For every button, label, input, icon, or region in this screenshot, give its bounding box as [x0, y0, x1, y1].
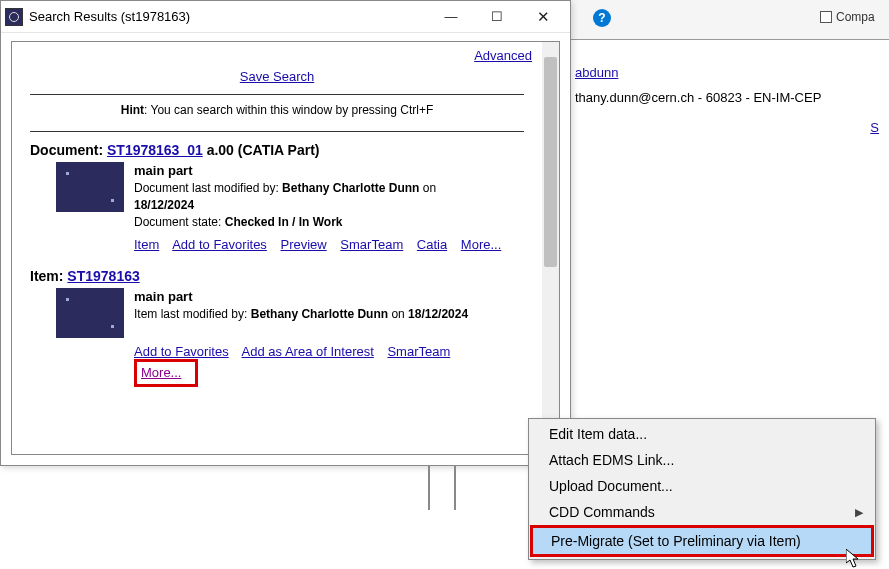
hint-row: Hint: You can search within this window …	[12, 99, 542, 127]
help-icon[interactable]: ?	[593, 9, 611, 27]
ctx-edit-item-data[interactable]: Edit Item data...	[531, 421, 873, 447]
item-mod-on-label: on	[388, 307, 408, 321]
document-modified-row: Document last modified by: Bethany Charl…	[134, 180, 436, 197]
hint-label: Hint	[121, 103, 144, 117]
submenu-arrow-icon: ▶	[855, 506, 863, 519]
compact-checkbox[interactable]: Compa	[820, 10, 875, 24]
doc-link-preview[interactable]: Preview	[280, 237, 326, 252]
document-state-row: Document state: Checked In / In Work	[134, 214, 436, 231]
user-link-text[interactable]: abdunn	[575, 65, 618, 80]
doc-link-catia[interactable]: Catia	[417, 237, 447, 252]
item-links: Add to Favorites Add as Area of Interest…	[12, 342, 542, 397]
window-body: Advanced Save Search Hint: You can searc…	[11, 41, 560, 455]
document-mod-by: Bethany Charlotte Dunn	[282, 181, 419, 195]
document-heading: Document: ST1978163_01 a.00 (CATIA Part)	[12, 136, 542, 160]
document-state: Checked In / In Work	[225, 215, 343, 229]
content-area: Advanced Save Search Hint: You can searc…	[12, 42, 542, 454]
item-id-link[interactable]: ST1978163	[67, 268, 139, 284]
scrollbar-thumb[interactable]	[544, 57, 557, 267]
ctx-pre-migrate[interactable]: Pre-Migrate (Set to Preliminary via Item…	[533, 528, 871, 554]
item-meta: main part Item last modified by: Bethany…	[134, 288, 468, 338]
document-thumbnail[interactable]	[56, 162, 124, 212]
user-info-line: thany.dunn@cern.ch - 60823 - EN-IM-CEP	[575, 90, 821, 105]
doc-link-more[interactable]: More...	[461, 237, 501, 252]
compact-label: Compa	[836, 10, 875, 24]
titlebar[interactable]: Search Results (st1978163) — ☐ ✕	[1, 1, 570, 33]
ctx-highlight-box: Pre-Migrate (Set to Preliminary via Item…	[530, 525, 874, 557]
item-link-aoi[interactable]: Add as Area of Interest	[242, 344, 374, 359]
ctx-attach-edms[interactable]: Attach EDMS Link...	[531, 447, 873, 473]
item-thumbnail[interactable]	[56, 288, 124, 338]
save-search-row: Save Search	[12, 65, 542, 90]
window-title: Search Results (st1978163)	[29, 9, 428, 24]
item-prefix: Item:	[30, 268, 67, 284]
save-search-link[interactable]: Save Search	[240, 69, 314, 84]
item-link-smarteam[interactable]: SmarTeam	[387, 344, 450, 359]
item-result-row: main part Item last modified by: Bethany…	[12, 286, 542, 342]
item-link-fav[interactable]: Add to Favorites	[134, 344, 229, 359]
close-button[interactable]: ✕	[520, 2, 566, 32]
advanced-link[interactable]: Advanced	[474, 48, 532, 63]
hint-text: : You can search within this window by p…	[144, 103, 433, 117]
separator	[30, 131, 524, 132]
document-links: Item Add to Favorites Preview SmarTeam C…	[12, 235, 542, 262]
search-results-window: Search Results (st1978163) — ☐ ✕ Advance…	[0, 0, 571, 466]
scrollbar-track[interactable]	[542, 42, 559, 454]
item-mod-by: Bethany Charlotte Dunn	[251, 307, 388, 321]
doc-link-item[interactable]: Item	[134, 237, 159, 252]
document-name: main part	[134, 162, 436, 180]
document-id-link[interactable]: ST1978163_01	[107, 142, 203, 158]
user-link[interactable]: abdunn	[575, 65, 618, 80]
ctx-cdd-label: CDD Commands	[549, 504, 655, 520]
item-link-more[interactable]: More...	[141, 365, 181, 380]
item-mod-label: Item last modified by:	[134, 307, 251, 321]
ctx-cdd-commands[interactable]: CDD Commands ▶	[531, 499, 873, 525]
item-modified-row: Item last modified by: Bethany Charlotte…	[134, 306, 468, 323]
maximize-button[interactable]: ☐	[474, 2, 520, 32]
separator	[30, 94, 524, 95]
doc-link-fav[interactable]: Add to Favorites	[172, 237, 267, 252]
ctx-upload-document[interactable]: Upload Document...	[531, 473, 873, 499]
document-prefix: Document:	[30, 142, 107, 158]
document-suffix: a.00 (CATIA Part)	[203, 142, 320, 158]
item-mod-date: 18/12/2024	[408, 307, 468, 321]
document-result-row: main part Document last modified by: Bet…	[12, 160, 542, 235]
document-mod-date: 18/12/2024	[134, 198, 194, 212]
decorative-bars	[428, 466, 456, 510]
document-meta: main part Document last modified by: Bet…	[134, 162, 436, 231]
document-state-label: Document state:	[134, 215, 225, 229]
item-name: main part	[134, 288, 468, 306]
advanced-row: Advanced	[12, 42, 542, 65]
item-heading: Item: ST1978163	[12, 262, 542, 286]
s-link-text[interactable]: S	[870, 120, 879, 135]
context-menu: Edit Item data... Attach EDMS Link... Up…	[528, 418, 876, 560]
s-link[interactable]: S	[870, 120, 879, 135]
checkbox-icon[interactable]	[820, 11, 832, 23]
document-mod-label: Document last modified by:	[134, 181, 282, 195]
app-icon	[5, 8, 23, 26]
document-mod-on-label: on	[419, 181, 436, 195]
minimize-button[interactable]: —	[428, 2, 474, 32]
doc-link-smarteam[interactable]: SmarTeam	[340, 237, 403, 252]
more-highlight: More...	[134, 359, 198, 387]
